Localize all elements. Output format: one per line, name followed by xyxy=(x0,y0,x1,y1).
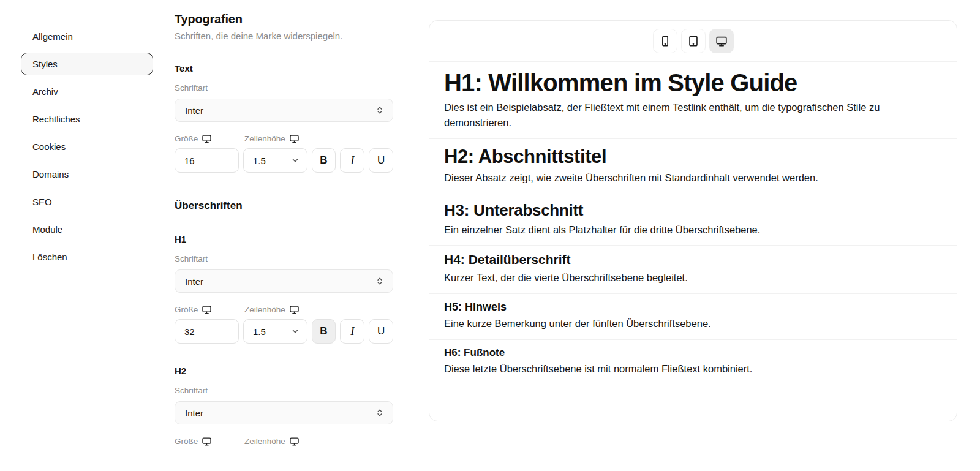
sidebar-item-label: Rechtliches xyxy=(32,114,80,124)
preview-section-h5: H5: HinweisEine kurze Bemerkung unter de… xyxy=(429,294,957,340)
monitor-icon xyxy=(290,437,299,446)
underline-glyph: U xyxy=(377,325,385,337)
font-size-label: Größe xyxy=(175,437,198,446)
device-mobile-button[interactable] xyxy=(653,29,677,53)
sidebar-item-domains[interactable]: Domains xyxy=(21,163,153,186)
sidebar-item-rechtliches[interactable]: Rechtliches xyxy=(21,108,153,130)
device-desktop-button[interactable] xyxy=(709,29,734,53)
sidebar-item-l-schen[interactable]: Löschen xyxy=(21,246,153,268)
sidebar-item-allgemein[interactable]: Allgemein xyxy=(21,25,153,48)
font-family-label: Schriftart xyxy=(175,386,393,395)
sidebar-item-styles[interactable]: Styles xyxy=(21,53,153,75)
monitor-icon xyxy=(202,306,211,314)
font-family-select-h1[interactable]: Inter xyxy=(175,269,393,293)
desktop-icon xyxy=(715,34,728,48)
italic-button-h1[interactable]: I xyxy=(340,319,364,344)
font-family-value: Inter xyxy=(185,408,203,418)
bold-glyph: B xyxy=(320,325,327,337)
preview-h3-body: Ein einzelner Satz dient als Platzhalter… xyxy=(444,222,942,238)
chevron-updown-icon xyxy=(375,408,384,418)
font-size-label-scope: Größe xyxy=(175,437,244,446)
device-tablet-button[interactable] xyxy=(681,29,706,53)
line-height-select-h1[interactable]: 1.5 xyxy=(243,319,307,344)
headings-section-title: Überschriften xyxy=(175,200,393,212)
preview-h5-body: Eine kurze Bemerkung unter der fünften Ü… xyxy=(444,316,942,331)
font-size-input-h1[interactable] xyxy=(175,319,239,344)
sidebar-item-module[interactable]: Module xyxy=(21,218,153,241)
font-family-label: Schriftart xyxy=(175,83,393,92)
sidebar-item-label: Archiv xyxy=(32,86,58,97)
line-height-label-scope: Zeilenhöhe xyxy=(244,134,314,143)
preview-h4-heading: H4: Detailüberschrift xyxy=(444,252,942,268)
preview-h2-body: Dieser Absatz zeigt, wie zweite Überschr… xyxy=(444,170,942,186)
line-height-value: 1.5 xyxy=(253,156,266,166)
scope-labels-row: GrößeZeilenhöhe xyxy=(175,305,393,314)
font-family-value: Inter xyxy=(185,276,203,287)
line-height-label: Zeilenhöhe xyxy=(244,437,285,446)
preview-section-h3: H3: UnterabschnittEin einzelner Satz die… xyxy=(429,194,957,246)
italic-button-text[interactable]: I xyxy=(340,148,364,173)
font-size-label-scope: Größe xyxy=(175,305,244,314)
chevron-down-icon xyxy=(291,327,300,336)
chevron-down-icon xyxy=(291,156,300,165)
group-title-text: Text xyxy=(175,63,393,73)
sidebar-item-label: Module xyxy=(32,224,62,235)
font-family-select-text[interactable]: Inter xyxy=(175,99,393,122)
monitor-icon xyxy=(290,306,299,314)
preview-h6-heading: H6: Fußnote xyxy=(444,347,942,359)
font-family-value: Inter xyxy=(185,105,203,116)
sidebar-item-label: SEO xyxy=(32,197,52,207)
line-height-label-scope: Zeilenhöhe xyxy=(244,437,314,446)
scope-labels-row: GrößeZeilenhöhe xyxy=(175,134,393,143)
underline-button-text[interactable]: U xyxy=(369,148,393,173)
monitor-icon xyxy=(202,437,211,446)
preview-section-h1: H1: Willkommen im Style GuideDies ist ei… xyxy=(429,62,957,139)
page-title: Typografien xyxy=(175,12,393,26)
preview-h5-heading: H5: Hinweis xyxy=(444,301,942,314)
typography-groups: TextSchriftartInterGrößeZeilenhöhe1.5BIU… xyxy=(175,63,393,446)
device-toggle-bar xyxy=(429,21,957,62)
preview-section-h2: H2: AbschnittstitelDieser Absatz zeigt, … xyxy=(429,139,957,194)
sidebar-item-label: Styles xyxy=(32,59,58,69)
group-title-h1: H1 xyxy=(175,234,393,244)
line-height-select-text[interactable]: 1.5 xyxy=(243,148,307,173)
bold-button-h1[interactable]: B xyxy=(312,319,336,344)
sidebar-item-seo[interactable]: SEO xyxy=(21,190,153,213)
preview-h1-heading: H1: Willkommen im Style Guide xyxy=(444,69,942,97)
font-family-select-h2[interactable]: Inter xyxy=(175,401,393,424)
font-family-label: Schriftart xyxy=(175,254,393,263)
sidebar-item-cookies[interactable]: Cookies xyxy=(21,135,153,158)
line-height-value: 1.5 xyxy=(253,326,266,337)
controls-row-h1: 1.5BIU xyxy=(175,319,393,344)
sidebar-item-label: Allgemein xyxy=(32,31,73,42)
monitor-icon xyxy=(290,135,299,143)
preview-h3-heading: H3: Unterabschnitt xyxy=(444,201,942,220)
preview-section-h6: H6: FußnoteDiese letzte Überschriftseben… xyxy=(429,340,957,385)
chevron-updown-icon xyxy=(375,276,384,286)
sidebar-item-archiv[interactable]: Archiv xyxy=(21,80,153,103)
italic-glyph: I xyxy=(350,325,354,338)
chevron-updown-icon xyxy=(375,105,384,115)
scope-labels-row: GrößeZeilenhöhe xyxy=(175,437,393,446)
preview-h2-heading: H2: Abschnittstitel xyxy=(444,146,942,168)
line-height-label: Zeilenhöhe xyxy=(244,305,285,314)
line-height-label-scope: Zeilenhöhe xyxy=(244,305,314,314)
group-title-h2: H2 xyxy=(175,366,393,376)
sidebar-item-label: Cookies xyxy=(32,141,66,152)
preview-h4-body: Kurzer Text, der die vierte Überschrifts… xyxy=(444,270,942,285)
preview-footer-spacer xyxy=(429,385,957,421)
line-height-label: Zeilenhöhe xyxy=(244,134,285,143)
sidebar-item-label: Löschen xyxy=(32,252,67,262)
underline-button-h1[interactable]: U xyxy=(369,319,393,344)
font-size-label-scope: Größe xyxy=(175,134,244,143)
bold-glyph: B xyxy=(320,154,327,167)
controls-row-text: 1.5BIU xyxy=(175,148,393,173)
font-size-label: Größe xyxy=(175,134,198,143)
smartphone-icon xyxy=(658,34,672,48)
tablet-icon xyxy=(687,34,700,48)
bold-button-text[interactable]: B xyxy=(312,148,336,173)
font-size-label: Größe xyxy=(175,305,198,314)
font-size-input-text[interactable] xyxy=(175,148,239,173)
underline-glyph: U xyxy=(377,154,385,167)
italic-glyph: I xyxy=(350,154,354,167)
